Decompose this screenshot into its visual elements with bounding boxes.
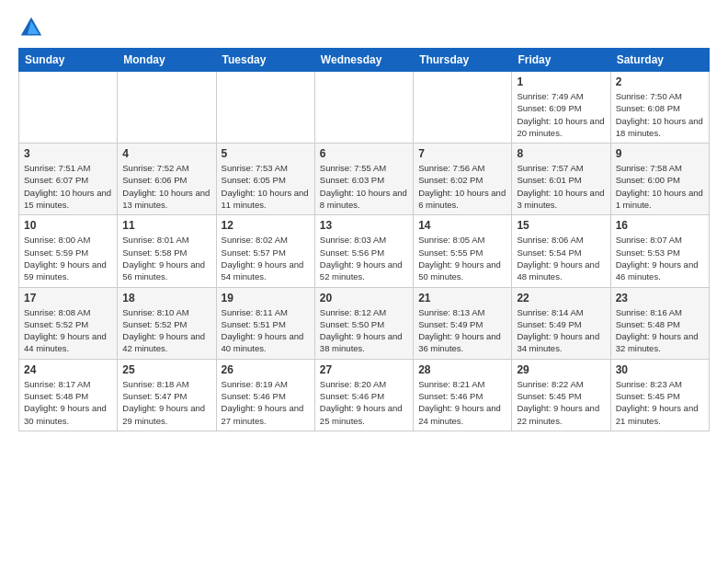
day-info: Sunrise: 8:16 AM Sunset: 5:48 PM Dayligh…	[616, 306, 704, 355]
day-info: Sunrise: 7:49 AM Sunset: 6:09 PM Dayligh…	[517, 90, 605, 139]
day-info: Sunrise: 8:12 AM Sunset: 5:50 PM Dayligh…	[320, 306, 408, 355]
day-info: Sunrise: 8:18 AM Sunset: 5:47 PM Dayligh…	[122, 378, 210, 427]
day-number: 9	[616, 147, 704, 160]
calendar-cell: 6Sunrise: 7:55 AM Sunset: 6:03 PM Daylig…	[314, 144, 413, 215]
calendar-week-row: 10Sunrise: 8:00 AM Sunset: 5:59 PM Dayli…	[19, 215, 710, 287]
calendar-cell: 14Sunrise: 8:05 AM Sunset: 5:55 PM Dayli…	[414, 215, 512, 287]
calendar-cell: 30Sunrise: 8:23 AM Sunset: 5:45 PM Dayli…	[610, 359, 709, 431]
calendar-cell: 3Sunrise: 7:51 AM Sunset: 6:07 PM Daylig…	[19, 144, 118, 215]
calendar-cell: 10Sunrise: 8:00 AM Sunset: 5:59 PM Dayli…	[19, 215, 118, 287]
logo	[18, 15, 48, 40]
day-info: Sunrise: 8:20 AM Sunset: 5:46 PM Dayligh…	[320, 378, 408, 427]
weekday-header-monday: Monday	[118, 49, 216, 72]
calendar-cell: 8Sunrise: 7:57 AM Sunset: 6:01 PM Daylig…	[512, 144, 610, 215]
day-info: Sunrise: 7:50 AM Sunset: 6:08 PM Dayligh…	[616, 90, 704, 139]
day-number: 14	[418, 219, 506, 232]
calendar-cell: 22Sunrise: 8:14 AM Sunset: 5:49 PM Dayli…	[512, 287, 610, 359]
calendar-cell	[314, 72, 413, 144]
day-number: 21	[418, 292, 506, 304]
calendar-cell: 27Sunrise: 8:20 AM Sunset: 5:46 PM Dayli…	[314, 359, 413, 431]
day-info: Sunrise: 8:05 AM Sunset: 5:55 PM Dayligh…	[418, 234, 506, 282]
calendar-cell	[118, 72, 216, 144]
weekday-header-saturday: Saturday	[610, 49, 709, 72]
calendar-week-row: 17Sunrise: 8:08 AM Sunset: 5:52 PM Dayli…	[19, 287, 710, 359]
day-info: Sunrise: 7:58 AM Sunset: 6:00 PM Dayligh…	[616, 162, 704, 211]
calendar-cell: 9Sunrise: 7:58 AM Sunset: 6:00 PM Daylig…	[610, 144, 709, 215]
day-number: 12	[222, 219, 310, 232]
day-number: 28	[418, 363, 506, 376]
day-info: Sunrise: 8:19 AM Sunset: 5:46 PM Dayligh…	[222, 378, 310, 427]
day-number: 8	[517, 147, 605, 160]
day-info: Sunrise: 8:21 AM Sunset: 5:46 PM Dayligh…	[418, 378, 506, 427]
logo-icon	[18, 15, 44, 40]
day-number: 17	[24, 292, 112, 304]
day-number: 24	[24, 363, 112, 376]
weekday-header-thursday: Thursday	[414, 49, 512, 72]
calendar-week-row: 1Sunrise: 7:49 AM Sunset: 6:09 PM Daylig…	[19, 72, 710, 144]
calendar-cell: 13Sunrise: 8:03 AM Sunset: 5:56 PM Dayli…	[314, 215, 413, 287]
day-info: Sunrise: 8:01 AM Sunset: 5:58 PM Dayligh…	[122, 234, 210, 282]
day-number: 22	[517, 292, 605, 304]
day-number: 1	[517, 75, 605, 88]
weekday-header-sunday: Sunday	[19, 49, 118, 72]
day-info: Sunrise: 8:02 AM Sunset: 5:57 PM Dayligh…	[222, 234, 310, 282]
day-number: 25	[122, 363, 210, 376]
calendar-cell: 1Sunrise: 7:49 AM Sunset: 6:09 PM Daylig…	[512, 72, 610, 144]
day-number: 11	[122, 219, 210, 232]
day-number: 5	[222, 147, 310, 160]
weekday-header-wednesday: Wednesday	[314, 49, 413, 72]
day-info: Sunrise: 8:00 AM Sunset: 5:59 PM Dayligh…	[24, 234, 112, 282]
day-number: 10	[24, 219, 112, 232]
day-info: Sunrise: 7:53 AM Sunset: 6:05 PM Dayligh…	[222, 162, 310, 211]
day-info: Sunrise: 7:56 AM Sunset: 6:02 PM Dayligh…	[418, 162, 506, 211]
calendar-cell: 20Sunrise: 8:12 AM Sunset: 5:50 PM Dayli…	[314, 287, 413, 359]
weekday-header-row: SundayMondayTuesdayWednesdayThursdayFrid…	[19, 49, 710, 72]
calendar-cell: 28Sunrise: 8:21 AM Sunset: 5:46 PM Dayli…	[414, 359, 512, 431]
calendar-cell: 19Sunrise: 8:11 AM Sunset: 5:51 PM Dayli…	[216, 287, 314, 359]
day-info: Sunrise: 8:14 AM Sunset: 5:49 PM Dayligh…	[517, 306, 605, 355]
day-info: Sunrise: 8:06 AM Sunset: 5:54 PM Dayligh…	[517, 234, 605, 282]
calendar-week-row: 3Sunrise: 7:51 AM Sunset: 6:07 PM Daylig…	[19, 144, 710, 215]
day-number: 13	[320, 219, 408, 232]
day-info: Sunrise: 8:11 AM Sunset: 5:51 PM Dayligh…	[222, 306, 310, 355]
day-info: Sunrise: 7:57 AM Sunset: 6:01 PM Dayligh…	[517, 162, 605, 211]
day-info: Sunrise: 8:13 AM Sunset: 5:49 PM Dayligh…	[418, 306, 506, 355]
calendar-cell	[216, 72, 314, 144]
calendar-cell	[414, 72, 512, 144]
day-info: Sunrise: 8:08 AM Sunset: 5:52 PM Dayligh…	[24, 306, 112, 355]
day-info: Sunrise: 8:23 AM Sunset: 5:45 PM Dayligh…	[616, 378, 704, 427]
day-number: 20	[320, 292, 408, 304]
day-number: 23	[616, 292, 704, 304]
calendar-cell: 17Sunrise: 8:08 AM Sunset: 5:52 PM Dayli…	[19, 287, 118, 359]
page: SundayMondayTuesdayWednesdayThursdayFrid…	[0, 0, 728, 446]
day-number: 19	[222, 292, 310, 304]
calendar-cell: 5Sunrise: 7:53 AM Sunset: 6:05 PM Daylig…	[216, 144, 314, 215]
day-info: Sunrise: 7:52 AM Sunset: 6:06 PM Dayligh…	[122, 162, 210, 211]
weekday-header-tuesday: Tuesday	[216, 49, 314, 72]
day-info: Sunrise: 7:51 AM Sunset: 6:07 PM Dayligh…	[24, 162, 112, 211]
day-number: 16	[616, 219, 704, 232]
day-info: Sunrise: 8:10 AM Sunset: 5:52 PM Dayligh…	[122, 306, 210, 355]
calendar-cell	[19, 72, 118, 144]
day-info: Sunrise: 8:17 AM Sunset: 5:48 PM Dayligh…	[24, 378, 112, 427]
calendar-cell: 25Sunrise: 8:18 AM Sunset: 5:47 PM Dayli…	[118, 359, 216, 431]
calendar-cell: 11Sunrise: 8:01 AM Sunset: 5:58 PM Dayli…	[118, 215, 216, 287]
day-number: 29	[517, 363, 605, 376]
calendar-cell: 26Sunrise: 8:19 AM Sunset: 5:46 PM Dayli…	[216, 359, 314, 431]
calendar-cell: 7Sunrise: 7:56 AM Sunset: 6:02 PM Daylig…	[414, 144, 512, 215]
calendar-cell: 16Sunrise: 8:07 AM Sunset: 5:53 PM Dayli…	[610, 215, 709, 287]
calendar-cell: 29Sunrise: 8:22 AM Sunset: 5:45 PM Dayli…	[512, 359, 610, 431]
day-number: 7	[418, 147, 506, 160]
day-info: Sunrise: 8:03 AM Sunset: 5:56 PM Dayligh…	[320, 234, 408, 282]
calendar-cell: 4Sunrise: 7:52 AM Sunset: 6:06 PM Daylig…	[118, 144, 216, 215]
header	[18, 15, 710, 40]
day-info: Sunrise: 8:22 AM Sunset: 5:45 PM Dayligh…	[517, 378, 605, 427]
calendar-cell: 18Sunrise: 8:10 AM Sunset: 5:52 PM Dayli…	[118, 287, 216, 359]
day-number: 26	[222, 363, 310, 376]
calendar-table: SundayMondayTuesdayWednesdayThursdayFrid…	[18, 48, 710, 431]
calendar-week-row: 24Sunrise: 8:17 AM Sunset: 5:48 PM Dayli…	[19, 359, 710, 431]
calendar-cell: 2Sunrise: 7:50 AM Sunset: 6:08 PM Daylig…	[610, 72, 709, 144]
calendar-cell: 23Sunrise: 8:16 AM Sunset: 5:48 PM Dayli…	[610, 287, 709, 359]
day-info: Sunrise: 8:07 AM Sunset: 5:53 PM Dayligh…	[616, 234, 704, 282]
day-number: 30	[616, 363, 704, 376]
